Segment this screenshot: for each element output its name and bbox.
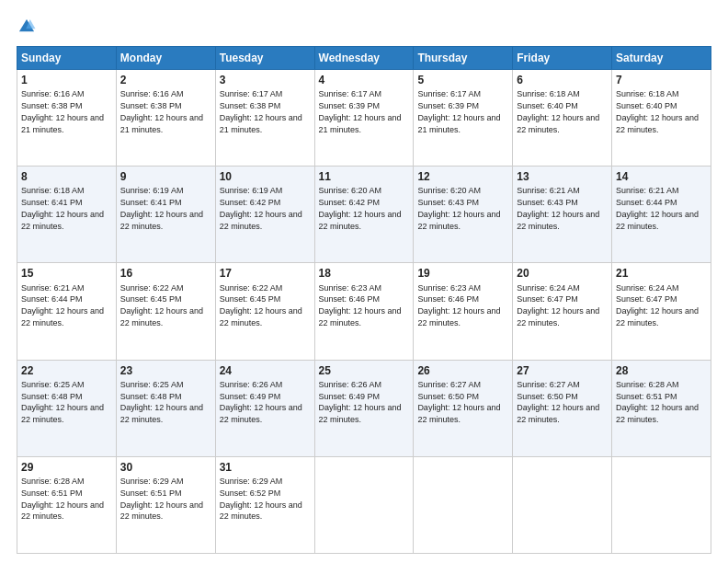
column-header-tuesday: Tuesday [215, 47, 314, 70]
calendar-cell: 20Sunrise: 6:24 AMSunset: 6:47 PMDayligh… [513, 263, 612, 360]
calendar-cell: 24Sunrise: 6:26 AMSunset: 6:49 PMDayligh… [215, 360, 314, 456]
calendar-cell: 19Sunrise: 6:23 AMSunset: 6:46 PMDayligh… [414, 263, 513, 360]
calendar-cell [414, 456, 513, 553]
cell-info: Sunrise: 6:16 AMSunset: 6:38 PMDaylight:… [21, 89, 104, 133]
cell-info: Sunrise: 6:21 AMSunset: 6:44 PMDaylight:… [616, 186, 699, 230]
calendar-cell: 13Sunrise: 6:21 AMSunset: 6:43 PMDayligh… [513, 167, 612, 263]
day-number: 21 [616, 266, 707, 281]
calendar-cell: 26Sunrise: 6:27 AMSunset: 6:50 PMDayligh… [414, 360, 513, 456]
calendar-cell: 25Sunrise: 6:26 AMSunset: 6:49 PMDayligh… [314, 360, 414, 456]
cell-info: Sunrise: 6:26 AMSunset: 6:49 PMDaylight:… [220, 380, 302, 424]
cell-info: Sunrise: 6:21 AMSunset: 6:44 PMDaylight:… [21, 283, 104, 327]
day-number: 12 [417, 169, 508, 184]
cell-info: Sunrise: 6:18 AMSunset: 6:41 PMDaylight:… [21, 186, 104, 230]
week-row-3: 15Sunrise: 6:21 AMSunset: 6:44 PMDayligh… [17, 263, 711, 360]
calendar-cell: 21Sunrise: 6:24 AMSunset: 6:47 PMDayligh… [612, 263, 711, 360]
calendar-cell: 6Sunrise: 6:18 AMSunset: 6:40 PMDaylight… [513, 70, 612, 167]
cell-info: Sunrise: 6:21 AMSunset: 6:43 PMDaylight:… [517, 186, 599, 230]
cell-info: Sunrise: 6:25 AMSunset: 6:48 PMDaylight:… [21, 380, 104, 424]
calendar-cell: 30Sunrise: 6:29 AMSunset: 6:51 PMDayligh… [116, 456, 215, 553]
week-row-1: 1Sunrise: 6:16 AMSunset: 6:38 PMDaylight… [17, 70, 711, 167]
day-number: 8 [21, 169, 112, 184]
calendar-cell: 17Sunrise: 6:22 AMSunset: 6:45 PMDayligh… [215, 263, 314, 360]
day-number: 19 [417, 266, 508, 281]
calendar-cell: 9Sunrise: 6:19 AMSunset: 6:41 PMDaylight… [116, 167, 215, 263]
calendar-cell: 3Sunrise: 6:17 AMSunset: 6:38 PMDaylight… [215, 70, 314, 167]
day-number: 20 [517, 266, 608, 281]
day-number: 27 [517, 363, 608, 378]
day-number: 31 [220, 460, 311, 475]
cell-info: Sunrise: 6:16 AMSunset: 6:38 PMDaylight:… [120, 89, 203, 133]
day-number: 17 [220, 266, 311, 281]
logo-icon [17, 17, 37, 37]
cell-info: Sunrise: 6:22 AMSunset: 6:45 PMDaylight:… [220, 283, 302, 327]
header [17, 17, 711, 37]
cell-info: Sunrise: 6:25 AMSunset: 6:48 PMDaylight:… [120, 380, 203, 424]
day-number: 10 [220, 169, 311, 184]
day-number: 16 [120, 266, 211, 281]
calendar-cell: 8Sunrise: 6:18 AMSunset: 6:41 PMDaylight… [17, 167, 117, 263]
calendar-cell: 16Sunrise: 6:22 AMSunset: 6:45 PMDayligh… [116, 263, 215, 360]
day-number: 13 [517, 169, 608, 184]
cell-info: Sunrise: 6:17 AMSunset: 6:38 PMDaylight:… [220, 89, 302, 133]
calendar-cell: 7Sunrise: 6:18 AMSunset: 6:40 PMDaylight… [612, 70, 711, 167]
day-number: 9 [120, 169, 211, 184]
calendar-cell: 2Sunrise: 6:16 AMSunset: 6:38 PMDaylight… [116, 70, 215, 167]
week-row-2: 8Sunrise: 6:18 AMSunset: 6:41 PMDaylight… [17, 167, 711, 263]
calendar-cell: 10Sunrise: 6:19 AMSunset: 6:42 PMDayligh… [215, 167, 314, 263]
calendar-cell: 14Sunrise: 6:21 AMSunset: 6:44 PMDayligh… [612, 167, 711, 263]
day-number: 25 [319, 363, 410, 378]
calendar-cell: 27Sunrise: 6:27 AMSunset: 6:50 PMDayligh… [513, 360, 612, 456]
column-header-friday: Friday [513, 47, 612, 70]
calendar-cell: 23Sunrise: 6:25 AMSunset: 6:48 PMDayligh… [116, 360, 215, 456]
header-row: SundayMondayTuesdayWednesdayThursdayFrid… [17, 47, 711, 70]
day-number: 2 [120, 73, 211, 87]
cell-info: Sunrise: 6:28 AMSunset: 6:51 PMDaylight:… [21, 477, 104, 521]
calendar-cell: 1Sunrise: 6:16 AMSunset: 6:38 PMDaylight… [17, 70, 117, 167]
day-number: 18 [319, 266, 410, 281]
day-number: 1 [21, 73, 112, 87]
calendar-cell: 31Sunrise: 6:29 AMSunset: 6:52 PMDayligh… [215, 456, 314, 553]
calendar-cell: 11Sunrise: 6:20 AMSunset: 6:42 PMDayligh… [314, 167, 414, 263]
cell-info: Sunrise: 6:24 AMSunset: 6:47 PMDaylight:… [616, 283, 699, 327]
cell-info: Sunrise: 6:27 AMSunset: 6:50 PMDaylight:… [517, 380, 599, 424]
cell-info: Sunrise: 6:23 AMSunset: 6:46 PMDaylight:… [417, 283, 500, 327]
cell-info: Sunrise: 6:19 AMSunset: 6:42 PMDaylight:… [220, 186, 302, 230]
day-number: 22 [21, 363, 112, 378]
calendar-cell: 18Sunrise: 6:23 AMSunset: 6:46 PMDayligh… [314, 263, 414, 360]
cell-info: Sunrise: 6:17 AMSunset: 6:39 PMDaylight:… [417, 89, 500, 133]
calendar-cell: 29Sunrise: 6:28 AMSunset: 6:51 PMDayligh… [17, 456, 117, 553]
column-header-sunday: Sunday [17, 47, 117, 70]
day-number: 3 [220, 73, 311, 87]
cell-info: Sunrise: 6:18 AMSunset: 6:40 PMDaylight:… [616, 89, 699, 133]
day-number: 4 [319, 73, 410, 87]
day-number: 6 [517, 73, 608, 87]
day-number: 29 [21, 460, 112, 475]
page: SundayMondayTuesdayWednesdayThursdayFrid… [0, 0, 728, 563]
column-header-thursday: Thursday [414, 47, 513, 70]
day-number: 24 [220, 363, 311, 378]
calendar-table: SundayMondayTuesdayWednesdayThursdayFrid… [17, 46, 711, 554]
cell-info: Sunrise: 6:24 AMSunset: 6:47 PMDaylight:… [517, 283, 599, 327]
day-number: 5 [417, 73, 508, 87]
column-header-saturday: Saturday [612, 47, 711, 70]
calendar-cell [612, 456, 711, 553]
cell-info: Sunrise: 6:28 AMSunset: 6:51 PMDaylight:… [616, 380, 699, 424]
cell-info: Sunrise: 6:29 AMSunset: 6:52 PMDaylight:… [220, 477, 302, 521]
calendar-cell [513, 456, 612, 553]
cell-info: Sunrise: 6:20 AMSunset: 6:42 PMDaylight:… [319, 186, 402, 230]
day-number: 26 [417, 363, 508, 378]
calendar-cell: 4Sunrise: 6:17 AMSunset: 6:39 PMDaylight… [314, 70, 414, 167]
day-number: 14 [616, 169, 707, 184]
cell-info: Sunrise: 6:26 AMSunset: 6:49 PMDaylight:… [319, 380, 402, 424]
cell-info: Sunrise: 6:27 AMSunset: 6:50 PMDaylight:… [417, 380, 500, 424]
cell-info: Sunrise: 6:29 AMSunset: 6:51 PMDaylight:… [120, 477, 203, 521]
day-number: 30 [120, 460, 211, 475]
calendar-cell: 28Sunrise: 6:28 AMSunset: 6:51 PMDayligh… [612, 360, 711, 456]
calendar-cell: 15Sunrise: 6:21 AMSunset: 6:44 PMDayligh… [17, 263, 117, 360]
column-header-wednesday: Wednesday [314, 47, 414, 70]
calendar-cell: 12Sunrise: 6:20 AMSunset: 6:43 PMDayligh… [414, 167, 513, 263]
calendar-cell [314, 456, 414, 553]
logo [17, 17, 40, 37]
calendar-cell: 22Sunrise: 6:25 AMSunset: 6:48 PMDayligh… [17, 360, 117, 456]
